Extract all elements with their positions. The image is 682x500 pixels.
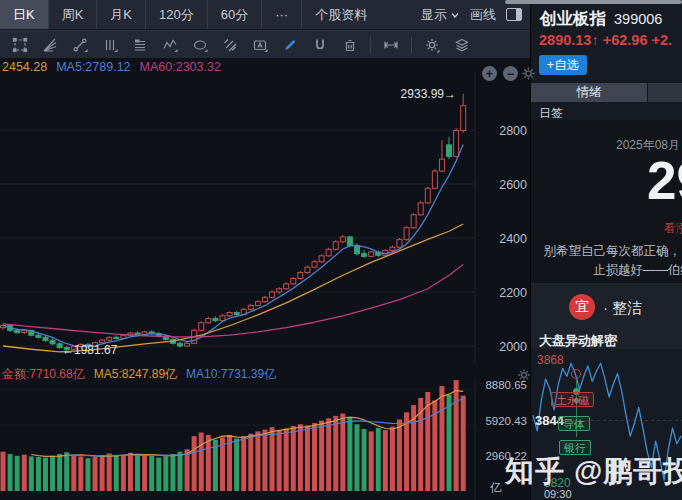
quote-line1: 别希望自己每次都正确， <box>544 243 682 260</box>
volume-bar <box>383 430 388 491</box>
volume-label: MA10:7731.39亿 <box>186 366 276 383</box>
zoom-out-icon[interactable]: − <box>503 66 518 81</box>
candle-body <box>333 242 338 250</box>
svg-text:←1981.67: ←1981.67 <box>62 343 118 357</box>
candle-body <box>432 171 437 188</box>
calendar-card: 2025年08月 29 看涨 别希望自己每次都正确， 止损越好——伯纳 <box>531 120 682 283</box>
volume-bar <box>15 456 20 491</box>
candle-body <box>220 316 225 321</box>
top-scrollbar[interactable] <box>505 0 682 4</box>
volume-bar-chart[interactable]: 8880.655920.432960.22亿 <box>0 378 530 500</box>
volume-bar <box>241 436 246 491</box>
period-tab-6[interactable]: ··· <box>261 0 301 29</box>
volume-bar <box>291 426 296 491</box>
ellipse-icon[interactable] <box>186 33 214 57</box>
zoom-in-icon[interactable]: + <box>482 66 497 81</box>
magnet-icon[interactable] <box>306 33 334 57</box>
panel-toggle-icon[interactable] <box>506 8 522 21</box>
svg-text:2600: 2600 <box>499 178 527 192</box>
add-watchlist-button[interactable]: +自选 <box>539 55 587 75</box>
svg-text:亿: 亿 <box>490 481 502 493</box>
pencil-icon[interactable] <box>276 33 304 57</box>
display-menu[interactable]: 显示 <box>421 6 460 24</box>
volume-bar <box>319 421 324 491</box>
period-tab-4[interactable]: 120分 <box>145 0 207 29</box>
sidebar: 创业板指399006 2890.13↑ +62.96 +2. +自选 情绪 日签… <box>530 0 682 500</box>
volume-bar <box>93 457 98 491</box>
period-tab-3[interactable]: 月K <box>96 0 145 29</box>
tab-next[interactable] <box>648 83 682 102</box>
wave-icon[interactable] <box>156 33 184 57</box>
volume-bar <box>100 455 105 491</box>
trash-icon[interactable] <box>336 33 364 57</box>
period-tabbar: 日K周K月K120分60分···个股资料 显示 画线 <box>0 0 530 30</box>
calendar-day: 29 <box>647 150 682 211</box>
mini-high-label: 3868 <box>537 353 564 367</box>
tab-emotion[interactable]: 情绪 <box>531 83 647 102</box>
measure-icon[interactable] <box>66 33 94 57</box>
volume-bar <box>369 431 374 491</box>
volume-bar <box>43 458 48 491</box>
volume-bar <box>234 439 239 491</box>
event-marker-ring <box>571 369 581 379</box>
period-tab-1[interactable]: 日K <box>0 0 48 29</box>
vertical-lines-icon[interactable] <box>96 33 124 57</box>
candle-body <box>107 337 112 340</box>
candle-body <box>425 188 430 203</box>
main-candlestick-chart[interactable]: 280026002400220020002933.99→←1981.67 <box>0 72 530 364</box>
volume-bar <box>454 380 459 491</box>
candle-body <box>284 284 289 289</box>
gear-icon[interactable] <box>418 33 446 57</box>
candle-body <box>326 249 331 255</box>
volume-bar <box>461 396 466 491</box>
candle-body <box>206 318 211 322</box>
volume-bar <box>1 452 6 491</box>
sector-tag-semiconductor[interactable]: 导体 <box>558 416 590 431</box>
volume-bar <box>178 452 183 491</box>
volume-bar <box>305 425 310 491</box>
volume-bar <box>29 456 34 491</box>
volume-bar <box>36 457 41 491</box>
candle-body <box>36 335 41 337</box>
volume-bar <box>206 435 211 491</box>
volume-label: 金额:7710.68亿 <box>2 366 85 383</box>
bullish-signal: 看涨 <box>664 220 682 237</box>
text-label-icon[interactable] <box>246 33 274 57</box>
advice-text: · 整洁 <box>603 299 642 318</box>
period-tab-2[interactable]: 周K <box>48 0 97 29</box>
candle-body <box>277 289 282 292</box>
candle-body <box>411 215 416 228</box>
tools-divider <box>411 37 412 53</box>
volume-bar <box>284 428 289 491</box>
hatch-icon[interactable] <box>216 33 244 57</box>
volume-bar <box>199 433 204 491</box>
candle-body <box>404 228 409 240</box>
chart-settings-gear-icon[interactable] <box>521 66 536 85</box>
volume-bar <box>8 454 13 491</box>
watermark: 知乎 @鹏哥投研 <box>505 452 682 492</box>
selection-icon[interactable] <box>6 33 34 57</box>
chevron-down-icon <box>450 11 460 19</box>
volume-bar <box>326 418 331 491</box>
candle-body <box>15 330 20 332</box>
sector-tag-rare-earth[interactable]: 土永磁 <box>551 392 594 407</box>
gann-fan-icon[interactable] <box>36 33 64 57</box>
volume-bar <box>114 456 119 491</box>
candle-body <box>185 343 190 346</box>
period-tab-5[interactable]: 60分 <box>207 0 261 29</box>
flag-lines-icon[interactable] <box>126 33 154 57</box>
volume-bar <box>128 453 133 491</box>
drawing-toolsbar <box>0 30 530 58</box>
svg-text:2400: 2400 <box>499 232 527 246</box>
volume-bar <box>298 424 303 491</box>
volume-bar <box>255 431 260 491</box>
candle-body <box>199 323 204 331</box>
draw-line-button[interactable]: 画线 <box>470 6 496 24</box>
h-expand-icon[interactable] <box>377 33 405 57</box>
layers-icon[interactable] <box>448 33 476 57</box>
period-tab-7[interactable]: 个股资料 <box>301 0 380 29</box>
candle-body <box>355 246 360 254</box>
volume-settings-gear-icon[interactable] <box>517 368 531 386</box>
candle-body <box>135 333 140 335</box>
quote-line2: 止损越好——伯纳 <box>593 262 682 279</box>
